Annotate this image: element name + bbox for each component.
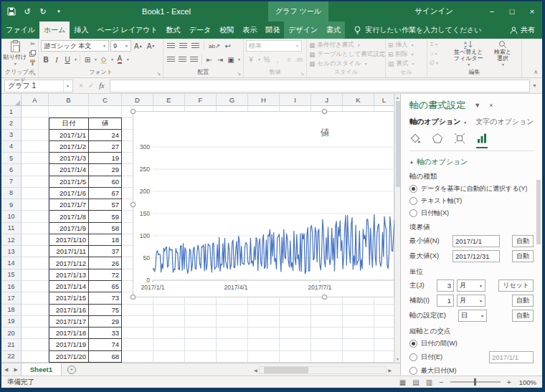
grid-cell[interactable]: 57 [89,199,122,211]
format-painter-button[interactable] [28,59,37,67]
grid-cell[interactable] [280,305,311,316]
grid-cell[interactable] [343,305,374,316]
insert-cells-button[interactable]: ⊞挿入▼ [388,40,425,49]
grid-cell[interactable]: 2017/1/11 [49,246,89,257]
increase-indent-button[interactable]: ⇥ [215,54,225,65]
grid-cell[interactable] [185,305,217,316]
select-all-corner[interactable] [1,94,22,106]
column-header-J[interactable]: J [311,94,343,106]
grid-cell[interactable] [122,351,153,363]
find-select-button[interactable]: 検索と選択▼ [486,40,519,68]
grid-cell[interactable] [343,339,374,350]
grid-cell[interactable] [311,328,343,339]
column-header-H[interactable]: H [248,94,280,106]
grid-cell[interactable] [217,305,248,316]
copy-button[interactable] [28,49,37,57]
align-right-button[interactable] [189,54,199,65]
chart-handle-mid-left[interactable] [131,202,136,207]
fill-button[interactable]: ↓▼ [430,49,439,57]
grid-cell[interactable] [280,316,311,328]
chart-handle-bottom-center[interactable] [322,295,327,300]
minor-auto-button[interactable]: 自動 [512,295,534,307]
grid-cell[interactable] [311,305,343,316]
grid-cell[interactable] [217,339,248,350]
minor-unit-select[interactable]: 月▼ [457,295,485,307]
grid-cell[interactable]: 2017/1/1 [49,130,89,141]
bold-button[interactable]: B [41,54,51,65]
alignment-dialog-launcher[interactable]: ↘ [237,70,241,78]
expand-formula-bar-chevron[interactable]: ▼ [530,83,539,88]
ribbon-tab-formulas[interactable]: 数式 [162,21,185,39]
grid-cell[interactable]: 2017/1/20 [49,351,89,363]
sheet-tab-sheet1[interactable]: Sheet1 [21,363,62,376]
increase-font-size-button[interactable]: A▲ [133,40,144,52]
column-header-G[interactable]: G [217,94,248,106]
underline-button[interactable]: U [62,54,72,65]
row-header-6[interactable]: 6 [1,164,22,176]
grid-cell[interactable]: 59 [89,211,122,222]
wrap-text-button[interactable]: ↩ [223,40,233,52]
pane-options-chevron[interactable]: ▼ [474,102,480,109]
clear-button[interactable]: ∅▼ [430,59,439,67]
effects-icon-tab[interactable] [432,133,443,148]
grid-cell[interactable]: 18 [89,234,122,246]
grid-cell[interactable] [280,339,311,350]
grid-cell[interactable] [374,305,394,316]
crosses-date-input[interactable]: 2017/1/1 [489,351,534,363]
row-header-10[interactable]: 10 [1,211,22,222]
horizontal-scroll-thumb[interactable] [264,367,308,373]
grid-cell[interactable] [22,234,49,246]
grid-cell[interactable]: 33 [89,328,122,339]
autosum-button[interactable]: Σ▼ [430,40,439,48]
grid-cell[interactable] [22,199,49,211]
grid-cell[interactable] [153,328,185,339]
ribbon-tab-file[interactable]: ファイル [1,21,39,39]
grid-cell[interactable] [185,339,217,350]
row-header-16[interactable]: 16 [1,281,22,292]
grid-cell[interactable]: 2017/1/13 [49,269,89,281]
grid-cell[interactable] [22,269,49,281]
grid-cell[interactable] [22,118,49,129]
grid-cell[interactable] [153,351,185,363]
row-header-8[interactable]: 8 [1,188,22,199]
grid-cell[interactable] [217,328,248,339]
grid-cell[interactable] [22,176,49,188]
grid-cell[interactable]: 27 [89,141,122,153]
grid-cell[interactable]: 29 [89,316,122,328]
font-color-button[interactable]: A [115,54,125,65]
row-header-1[interactable]: 1 [1,106,22,118]
zoom-percentage[interactable]: 100% [518,378,536,386]
grid-cell[interactable]: 19 [89,153,122,164]
grid-cell[interactable] [122,339,153,350]
min-bound-input[interactable]: 2017/1/1 [452,235,500,247]
grid-cell[interactable] [374,316,394,328]
grid-cell[interactable] [374,339,394,350]
grid-cell[interactable]: 29 [89,164,122,176]
ribbon-tab-home[interactable]: ホーム [39,21,70,39]
grid-cell[interactable]: 2017/1/17 [49,316,89,328]
grid-cell[interactable] [343,316,374,328]
grid-cell[interactable] [185,316,217,328]
base-auto-button[interactable]: 自動 [512,310,534,322]
grid-cell[interactable] [311,351,343,363]
cut-button[interactable]: ✂ [28,40,37,48]
grid-cell[interactable] [280,351,311,363]
pane-scroll-thumb[interactable] [536,180,541,244]
grid-cell[interactable]: 2017/1/12 [49,257,89,269]
row-header-17[interactable]: 17 [1,292,22,304]
row-header-19[interactable]: 19 [1,316,22,328]
grid-cell[interactable] [153,339,185,350]
insert-function-button[interactable]: fx [99,82,104,90]
sort-filter-button[interactable]: AZ 並べ替えとフィルター▼ [452,40,485,68]
maximize-button[interactable]: □ [502,1,522,21]
row-header-18[interactable]: 18 [1,305,22,316]
grid-cell[interactable]: 2017/1/2 [49,141,89,153]
column-header-C[interactable]: C [89,94,122,106]
grid-cell[interactable] [374,351,394,363]
grid-cell[interactable] [217,351,248,363]
grid-cell[interactable]: 2017/1/9 [49,223,89,234]
grid-cell[interactable]: 2017/1/19 [49,339,89,350]
ribbon-tab-page-layout[interactable]: ページ レイアウト [93,21,161,39]
clipboard-dialog-launcher[interactable]: ↘ [32,70,36,78]
grid-cell[interactable]: 2017/1/4 [49,164,89,176]
